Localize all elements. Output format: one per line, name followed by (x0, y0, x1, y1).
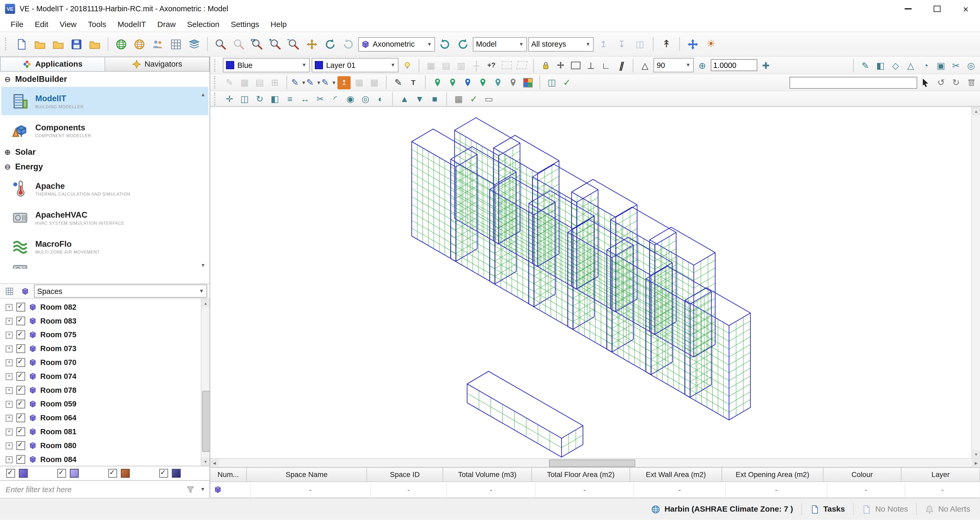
extrude-icon[interactable]: ↥ (337, 76, 350, 89)
zone-pin-icon[interactable] (445, 76, 459, 89)
menu-draw[interactable]: Draw (152, 17, 181, 32)
room-checkbox[interactable] (16, 400, 25, 409)
colour-palette-icon[interactable] (521, 76, 535, 89)
pan-button[interactable] (304, 36, 321, 53)
extend-edge-icon[interactable]: ↔ (299, 92, 312, 105)
angle-select[interactable]: 90 ▼ (654, 58, 694, 72)
room-row[interactable]: +Room 084 (0, 453, 202, 466)
room-checkbox[interactable] (16, 386, 25, 394)
parallel-tool-icon[interactable]: ∥ (614, 59, 627, 72)
scroll-down-icon[interactable]: ▼ (972, 450, 980, 458)
menu-file[interactable]: File (5, 17, 29, 32)
view-mode-select[interactable]: Axonometric ▼ (358, 37, 435, 51)
room-row[interactable]: +Room 059 (0, 397, 202, 411)
menu-view[interactable]: View (54, 17, 83, 32)
expand-icon[interactable]: + (6, 331, 13, 338)
tasks-status[interactable]: Tasks (810, 504, 845, 514)
clear-pin-icon[interactable] (506, 76, 519, 89)
import-model-button[interactable] (86, 36, 103, 53)
rotate-view-left-button[interactable] (436, 36, 453, 53)
app-modelit[interactable]: ModelIT BUILDING MODELLER (1, 87, 208, 115)
room-checkbox[interactable] (16, 413, 25, 423)
tab-navigators[interactable]: Navigators (105, 57, 210, 72)
draw-prism-icon[interactable]: ◇ (889, 59, 902, 72)
draw-block-icon[interactable]: ◧ (874, 59, 887, 72)
room-row[interactable]: +Room 070 (0, 356, 202, 369)
scrollbar-thumb[interactable] (549, 460, 635, 467)
copy-shape-icon[interactable]: ◫ (238, 92, 251, 105)
filter-spaces-checkbox[interactable] (6, 469, 15, 478)
pen-style-select-1[interactable]: ✎▼ (292, 76, 305, 89)
select-poly-icon[interactable] (515, 59, 528, 72)
undo-icon[interactable]: ↻ (934, 76, 948, 89)
validate-model-icon[interactable]: ✓ (560, 76, 573, 89)
app-apache[interactable]: Apache THERMAL CALCULATION AND SIMULATIO… (1, 174, 208, 203)
filter-shades-checkbox[interactable] (108, 469, 117, 478)
redo-icon[interactable]: ↻ (949, 76, 963, 89)
room-row[interactable]: +Room 064 (0, 411, 202, 425)
grid-settings-icon[interactable] (167, 36, 185, 53)
offset-shape-icon[interactable]: ≡ (283, 92, 296, 105)
maximize-button[interactable] (922, 0, 951, 17)
colour-select[interactable]: Blue ▼ (223, 58, 310, 72)
zone-table-icon[interactable]: ▦ (368, 76, 381, 89)
room-checkbox[interactable] (16, 331, 25, 339)
trim-edge-icon[interactable]: ✂ (313, 92, 326, 105)
alerts-status[interactable]: No Alerts (925, 504, 970, 514)
storey-up-button[interactable]: ↥ (595, 36, 612, 53)
canvas-hscrollbar[interactable]: ◀ ▶ (210, 458, 980, 467)
pen-style-select-2[interactable]: ✎▼ (307, 76, 320, 89)
storeys-select[interactable]: All storeys ▼ (528, 37, 594, 51)
expand-icon[interactable]: + (6, 387, 13, 394)
edit-mode-icon[interactable]: ✎ (223, 76, 236, 89)
grid-toggle-icon[interactable]: ▦ (425, 59, 438, 72)
content-store-icon[interactable] (113, 36, 130, 53)
col-ext-opening-area[interactable]: Ext Opening Area (m2) (722, 468, 823, 482)
expand-icon[interactable]: ⊕ (5, 148, 11, 157)
open-project-button[interactable] (32, 36, 49, 53)
zoom-previous-button[interactable] (230, 36, 247, 53)
room-checkbox[interactable] (16, 316, 25, 325)
community-icon[interactable] (131, 36, 148, 53)
room-checkbox[interactable] (16, 441, 25, 450)
zoom-window-button[interactable]: ▭ (249, 36, 266, 53)
space-table-icon[interactable]: ▦ (353, 76, 366, 89)
room-checkbox[interactable] (16, 358, 25, 367)
apply-scale-icon[interactable]: ✚ (759, 59, 772, 72)
collapse-icon[interactable]: ⊖ (5, 162, 11, 171)
check-model-icon[interactable]: ✓ (467, 92, 480, 105)
col-total-floor-area[interactable]: Total Floor Area (m2) (532, 468, 630, 482)
menu-settings[interactable]: Settings (225, 17, 265, 32)
sun-study-button[interactable]: ☀ (703, 36, 719, 53)
save-project-button[interactable] (68, 36, 85, 53)
scroll-right-icon[interactable]: ▶ (972, 459, 980, 466)
convert-shade-icon[interactable]: ▼ (413, 92, 426, 105)
axes-icon[interactable]: ┼ (469, 59, 483, 72)
filter-adjacent-checkbox[interactable] (159, 469, 168, 478)
corner-tool-icon[interactable]: ∟ (600, 59, 612, 72)
find-in-model-button[interactable] (212, 36, 229, 53)
location-status[interactable]: Harbin (ASHRAE Climate Zone: 7 ) (651, 504, 793, 514)
delete-icon[interactable] (964, 76, 978, 89)
duplicate-storey-button[interactable]: ◫ (632, 36, 648, 53)
room-checkbox[interactable] (16, 344, 25, 353)
compass-icon[interactable]: ⊕ (696, 59, 709, 72)
scroll-down-icon[interactable]: ▼ (202, 458, 210, 466)
col-num[interactable]: Num... (210, 468, 247, 482)
convert-space-icon[interactable]: ■ (428, 92, 441, 105)
merge-tool-icon[interactable]: ◎ (964, 59, 978, 72)
group-energy[interactable]: ⊖ Energy (0, 159, 210, 173)
close-button[interactable]: × (951, 0, 980, 17)
draw-dome-icon[interactable]: ◔ (919, 59, 932, 72)
group-solar[interactable]: ⊕ Solar (0, 145, 210, 159)
perpendicular-tool-icon[interactable]: ⊥ (584, 59, 597, 72)
grid-lines-icon[interactable]: ▥ (455, 59, 468, 72)
col-layer[interactable]: Layer (902, 468, 980, 482)
minimize-button[interactable] (893, 0, 922, 17)
zoom-out-button[interactable]: − (285, 36, 302, 53)
scroll-up-icon[interactable]: ▲ (972, 107, 980, 115)
orbit-button[interactable] (321, 36, 339, 53)
col-space-id[interactable]: Space ID (367, 468, 443, 482)
mirror-shape-icon[interactable]: ◧ (268, 92, 281, 105)
room-row[interactable]: +Room 081 (0, 425, 202, 439)
